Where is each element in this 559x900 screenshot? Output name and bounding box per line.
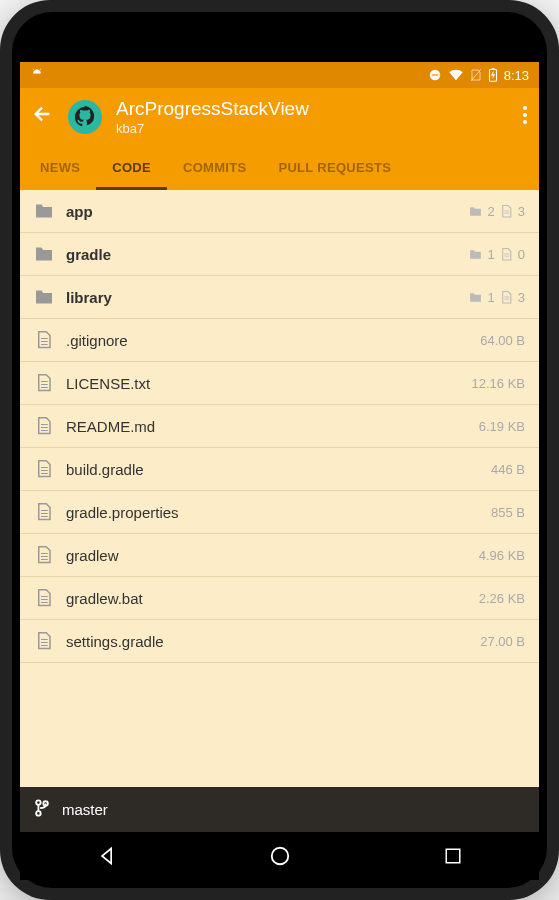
tab-bar: NEWSCODECOMMITSPULL REQUESTS [20, 146, 539, 190]
file-name: LICENSE.txt [66, 375, 460, 392]
file-row[interactable]: LICENSE.txt12.16 KB [20, 362, 539, 405]
file-meta: 23 [469, 204, 525, 219]
file-name: settings.gradle [66, 633, 468, 650]
svg-point-11 [271, 848, 288, 865]
svg-point-8 [36, 800, 41, 805]
svg-rect-12 [446, 849, 460, 863]
file-name: .gitignore [66, 332, 468, 349]
file-icon [34, 502, 54, 522]
battery-charging-icon [488, 68, 498, 82]
folder-icon [34, 201, 54, 221]
tab-code[interactable]: CODE [96, 146, 167, 190]
file-name: library [66, 289, 457, 306]
file-row[interactable]: .gitignore64.00 B [20, 319, 539, 362]
nav-back-icon[interactable] [95, 844, 119, 868]
file-name: README.md [66, 418, 467, 435]
branch-bar[interactable]: master [20, 787, 539, 832]
file-meta: 855 B [491, 505, 525, 520]
android-nav-bar [20, 832, 539, 880]
file-row[interactable]: gradlew4.96 KB [20, 534, 539, 577]
file-meta: 2.26 KB [479, 591, 525, 606]
phone-frame: 8:13 ArcProgressStackView kba7 [0, 0, 559, 900]
file-meta: 13 [469, 290, 525, 305]
file-count-icon [501, 205, 512, 218]
file-name: app [66, 203, 457, 220]
file-row[interactable]: gradlew.bat2.26 KB [20, 577, 539, 620]
svg-point-7 [523, 120, 527, 124]
file-meta: 4.96 KB [479, 548, 525, 563]
tab-commits[interactable]: COMMITS [167, 146, 262, 190]
nav-home-icon[interactable] [268, 844, 292, 868]
svg-point-6 [523, 113, 527, 117]
no-sim-icon [470, 68, 482, 82]
file-list[interactable]: app23gradle10library13.gitignore64.00 BL… [20, 190, 539, 787]
android-head-icon [30, 68, 44, 82]
file-row[interactable]: build.gradle446 B [20, 448, 539, 491]
status-bar: 8:13 [20, 62, 539, 88]
file-icon [34, 330, 54, 350]
branch-name: master [62, 801, 108, 818]
file-meta: 6.19 KB [479, 419, 525, 434]
folder-icon [34, 287, 54, 307]
file-icon [34, 416, 54, 436]
folder-row[interactable]: app23 [20, 190, 539, 233]
file-meta: 12.16 KB [472, 376, 526, 391]
file-row[interactable]: settings.gradle27.00 B [20, 620, 539, 663]
status-time: 8:13 [504, 68, 529, 83]
file-count-icon [501, 291, 512, 304]
file-name: gradle [66, 246, 457, 263]
file-icon [34, 631, 54, 651]
folder-row[interactable]: library13 [20, 276, 539, 319]
file-count-icon [501, 248, 512, 261]
folder-row[interactable]: gradle10 [20, 233, 539, 276]
folder-count-icon [469, 249, 482, 260]
file-meta: 10 [469, 247, 525, 262]
file-name: gradlew [66, 547, 467, 564]
file-meta: 27.00 B [480, 634, 525, 649]
file-icon [34, 459, 54, 479]
nav-recent-icon[interactable] [441, 844, 465, 868]
repo-title: ArcProgressStackView [116, 98, 509, 121]
toolbar-title-block: ArcProgressStackView kba7 [116, 98, 509, 136]
back-arrow-icon[interactable] [32, 103, 54, 131]
file-row[interactable]: README.md6.19 KB [20, 405, 539, 448]
svg-rect-1 [432, 74, 438, 75]
file-icon [34, 545, 54, 565]
folder-count-icon [469, 206, 482, 217]
repo-owner: kba7 [116, 121, 509, 137]
svg-point-5 [523, 106, 527, 110]
file-meta: 446 B [491, 462, 525, 477]
svg-rect-4 [491, 68, 494, 69]
file-name: build.gradle [66, 461, 479, 478]
svg-point-9 [36, 811, 41, 816]
screen: 8:13 ArcProgressStackView kba7 [20, 62, 539, 832]
folder-icon [34, 244, 54, 264]
repo-owner-avatar[interactable] [68, 100, 102, 134]
git-branch-icon [34, 799, 50, 820]
file-row[interactable]: gradle.properties855 B [20, 491, 539, 534]
dnd-icon [428, 68, 442, 82]
file-name: gradle.properties [66, 504, 479, 521]
tab-pull-requests[interactable]: PULL REQUESTS [262, 146, 407, 190]
overflow-menu-icon[interactable] [523, 106, 527, 129]
file-icon [34, 588, 54, 608]
file-icon [34, 373, 54, 393]
folder-count-icon [469, 292, 482, 303]
wifi-icon [448, 68, 464, 82]
file-name: gradlew.bat [66, 590, 467, 607]
file-meta: 64.00 B [480, 333, 525, 348]
tab-news[interactable]: NEWS [24, 146, 96, 190]
toolbar: ArcProgressStackView kba7 [20, 88, 539, 146]
